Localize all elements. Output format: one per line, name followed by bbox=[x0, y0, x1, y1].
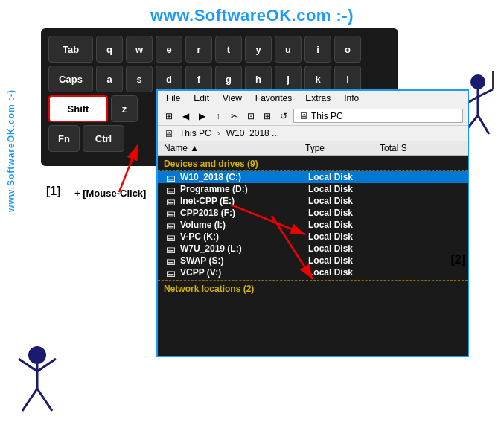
drive-row-c[interactable]: 🖴 W10_2018 (C:) Local Disk bbox=[158, 171, 468, 183]
svg-line-9 bbox=[478, 115, 489, 134]
drive-name-s: SWAP (S:) bbox=[180, 255, 308, 266]
drive-row-s[interactable]: 🖴 SWAP (S:) Local Disk bbox=[158, 255, 468, 266]
figure-bottom-left bbox=[15, 340, 74, 424]
svg-line-16 bbox=[37, 389, 52, 411]
toolbar-views-icon[interactable]: ⊞ bbox=[162, 109, 176, 123]
key-w[interactable]: w bbox=[126, 36, 153, 63]
column-headers: Name ▲ Type Total S bbox=[158, 141, 468, 156]
drive-icon-f: 🖴 bbox=[164, 208, 177, 218]
drive-row-f[interactable]: 🖴 CPP2018 (F:) Local Disk bbox=[158, 207, 468, 219]
key-k[interactable]: k bbox=[304, 66, 331, 92]
svg-line-7 bbox=[478, 89, 493, 97]
menu-favorites[interactable]: Favorites bbox=[253, 92, 294, 104]
drive-row-v[interactable]: 🖴 VCPP (V:) Local Disk bbox=[158, 266, 468, 278]
devices-section-header: Devices and drives (9) bbox=[158, 156, 468, 171]
key-a[interactable]: a bbox=[96, 66, 123, 92]
drive-icon-c: 🖴 bbox=[164, 172, 177, 182]
pc-small-icon: 🖥 bbox=[164, 128, 173, 139]
drive-name-f: CPP2018 (F:) bbox=[180, 208, 308, 218]
key-o[interactable]: o bbox=[334, 36, 361, 63]
key-z[interactable]: z bbox=[111, 95, 138, 122]
toolbar-back-icon[interactable]: ◀ bbox=[179, 109, 192, 123]
key-u[interactable]: u bbox=[275, 36, 302, 63]
drive-row-k[interactable]: 🖴 V-PC (K:) Local Disk bbox=[158, 231, 468, 243]
drive-icon-i: 🖴 bbox=[164, 220, 177, 230]
drive-icon-s: 🖴 bbox=[164, 255, 177, 266]
key-h[interactable]: h bbox=[245, 66, 272, 92]
key-t[interactable]: t bbox=[215, 36, 242, 63]
drive-name-k: V-PC (K:) bbox=[180, 232, 308, 242]
col-header-type[interactable]: Type bbox=[305, 143, 380, 153]
drive-icon-k: 🖴 bbox=[164, 232, 177, 242]
drive-row-d[interactable]: 🖴 Programme (D:) Local Disk bbox=[158, 183, 468, 195]
key-g[interactable]: g bbox=[215, 66, 242, 92]
annotation-plus-mouse: + [Mouse-Click] bbox=[74, 188, 146, 199]
pc-icon: 🖥 bbox=[299, 110, 308, 121]
keyboard-row-2: Caps a s d f g h j k l bbox=[48, 66, 391, 92]
drive-type-s: Local Disk bbox=[308, 255, 383, 266]
drive-row-i[interactable]: 🖴 Volume (I:) Local Disk bbox=[158, 219, 468, 231]
key-shift[interactable]: Shift bbox=[48, 95, 108, 122]
key-l[interactable]: l bbox=[334, 66, 361, 92]
key-caps[interactable]: Caps bbox=[48, 66, 93, 92]
drive-name-d: Programme (D:) bbox=[180, 184, 308, 194]
toolbar-cut-icon[interactable]: ✂ bbox=[228, 109, 241, 123]
key-ctrl[interactable]: Ctrl bbox=[83, 125, 124, 152]
watermark-left: www.SoftwareOK.com :-) bbox=[6, 89, 16, 212]
toolbar-up-icon[interactable]: ↑ bbox=[211, 109, 225, 123]
key-j[interactable]: j bbox=[275, 66, 302, 92]
svg-point-11 bbox=[28, 346, 46, 364]
drive-icon-v: 🖴 bbox=[164, 267, 177, 278]
drive-type-k: Local Disk bbox=[308, 232, 383, 242]
drive-row-e[interactable]: 🖴 Inet-CPP (E:) Local Disk bbox=[158, 195, 468, 207]
toolbar-forward-icon[interactable]: ▶ bbox=[195, 109, 208, 123]
annotation-label-1: [1] bbox=[46, 185, 61, 198]
col-header-name[interactable]: Name ▲ bbox=[164, 143, 305, 153]
drive-type-v: Local Disk bbox=[308, 267, 383, 278]
toolbar-refresh-icon[interactable]: ↺ bbox=[277, 109, 290, 123]
key-e[interactable]: e bbox=[156, 36, 182, 63]
drive-name-c: W10_2018 (C:) bbox=[180, 172, 308, 182]
key-tab[interactable]: Tab bbox=[48, 36, 93, 63]
drive-row-l[interactable]: 🖴 W7U_2019 (L:) Local Disk bbox=[158, 243, 468, 255]
keyboard-row-1: Tab q w e r t y u i o bbox=[48, 36, 391, 63]
breadcrumb-w10[interactable]: W10_2018 ... bbox=[223, 127, 282, 139]
drive-name-i: Volume (I:) bbox=[180, 220, 308, 230]
key-y[interactable]: y bbox=[245, 36, 272, 63]
drive-type-e: Local Disk bbox=[308, 196, 383, 206]
key-d[interactable]: d bbox=[156, 66, 182, 92]
drive-type-i: Local Disk bbox=[308, 220, 383, 230]
address-bar[interactable]: 🖥 This PC bbox=[293, 109, 463, 123]
drive-type-c: Local Disk bbox=[308, 172, 383, 182]
key-r[interactable]: r bbox=[185, 36, 212, 63]
toolbar-copy-icon[interactable]: ⊡ bbox=[244, 109, 258, 123]
key-i[interactable]: i bbox=[304, 36, 331, 63]
menu-edit[interactable]: Edit bbox=[191, 92, 211, 104]
drive-icon-d: 🖴 bbox=[164, 184, 177, 194]
svg-line-15 bbox=[22, 389, 37, 411]
address-text: This PC bbox=[311, 111, 343, 121]
breadcrumb-separator: › bbox=[217, 128, 220, 138]
drive-name-e: Inet-CPP (E:) bbox=[180, 196, 308, 206]
toolbar-grid-icon[interactable]: ⊞ bbox=[261, 109, 274, 123]
drive-type-l: Local Disk bbox=[308, 243, 383, 254]
file-list: Devices and drives (9) 🖴 W10_2018 (C:) L… bbox=[158, 156, 468, 296]
drive-name-l: W7U_2019 (L:) bbox=[180, 243, 308, 254]
menu-info[interactable]: Info bbox=[342, 92, 361, 104]
drive-name-v: VCPP (V:) bbox=[180, 267, 308, 278]
network-section-header: Network locations (2) bbox=[158, 280, 468, 296]
menu-extras[interactable]: Extras bbox=[303, 92, 333, 104]
explorer-window: File Edit View Favorites Extras Info ⊞ ◀… bbox=[156, 89, 469, 357]
menu-file[interactable]: File bbox=[164, 92, 182, 104]
key-s[interactable]: s bbox=[126, 66, 153, 92]
annotation-label-2: [2] bbox=[450, 253, 465, 266]
col-header-total[interactable]: Total S bbox=[380, 143, 462, 153]
key-f[interactable]: f bbox=[185, 66, 212, 92]
svg-point-4 bbox=[470, 74, 485, 89]
key-fn[interactable]: Fn bbox=[48, 125, 80, 152]
explorer-toolbar: ⊞ ◀ ▶ ↑ ✂ ⊡ ⊞ ↺ 🖥 This PC bbox=[158, 106, 468, 126]
drive-type-f: Local Disk bbox=[308, 208, 383, 218]
menu-view[interactable]: View bbox=[220, 92, 244, 104]
key-q[interactable]: q bbox=[96, 36, 123, 63]
breadcrumb-this-pc[interactable]: This PC bbox=[176, 127, 214, 139]
